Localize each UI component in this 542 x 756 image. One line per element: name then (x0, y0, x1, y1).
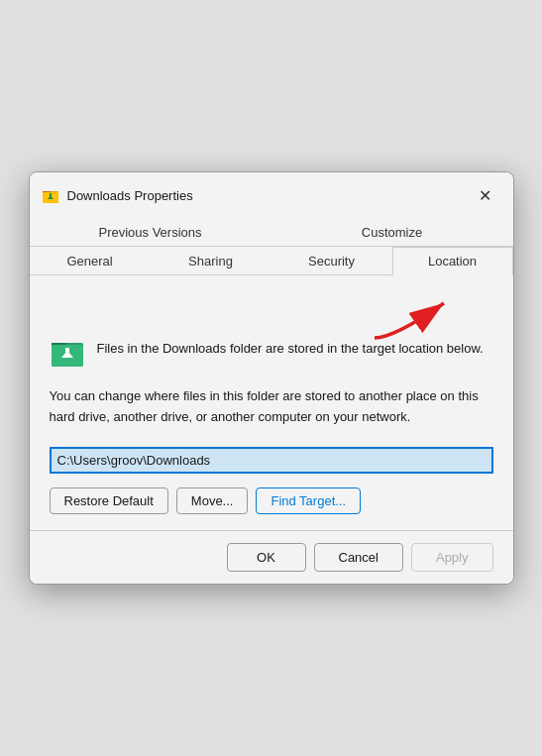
downloads-properties-dialog: Downloads Properties ✕ Previous Versions… (29, 171, 514, 586)
tab-previous-versions[interactable]: Previous Versions (30, 218, 271, 246)
path-input[interactable] (50, 447, 493, 474)
title-bar-left: Downloads Properties (42, 187, 193, 205)
ok-button[interactable]: OK (227, 543, 306, 572)
svg-rect-8 (65, 348, 69, 356)
tab-customize[interactable]: Customize (271, 218, 513, 246)
tab-security[interactable]: Security (271, 247, 392, 274)
tabs-row-1: Previous Versions Customize (30, 218, 513, 246)
find-target-button[interactable]: Find Target... (256, 487, 361, 514)
dialog-footer: OK Cancel Apply (30, 530, 513, 584)
tab-location[interactable]: Location (392, 247, 513, 275)
tab-sharing[interactable]: Sharing (151, 247, 271, 274)
downloads-folder-icon (50, 335, 85, 371)
action-buttons-row: Restore Default Move... Find Target... (50, 487, 493, 514)
tabs-row-2: General Sharing Security Location (30, 246, 513, 274)
dialog-title-icon (42, 187, 59, 205)
restore-default-button[interactable]: Restore Default (50, 487, 168, 514)
title-bar: Downloads Properties ✕ (30, 172, 513, 218)
apply-button[interactable]: Apply (411, 543, 493, 572)
tab-general[interactable]: General (30, 247, 151, 274)
info-text: Files in the Downloads folder are stored… (97, 335, 484, 359)
dialog-title: Downloads Properties (67, 188, 193, 203)
move-button[interactable]: Move... (176, 487, 249, 514)
content-area: Files in the Downloads folder are stored… (30, 275, 513, 531)
cancel-button[interactable]: Cancel (314, 543, 403, 572)
description-text: You can change where files in this folde… (50, 386, 493, 428)
info-row: Files in the Downloads folder are stored… (50, 335, 493, 371)
svg-rect-3 (50, 193, 52, 197)
tabs-container: Previous Versions Customize General Shar… (30, 218, 513, 275)
close-button[interactable]: ✕ (472, 182, 499, 210)
